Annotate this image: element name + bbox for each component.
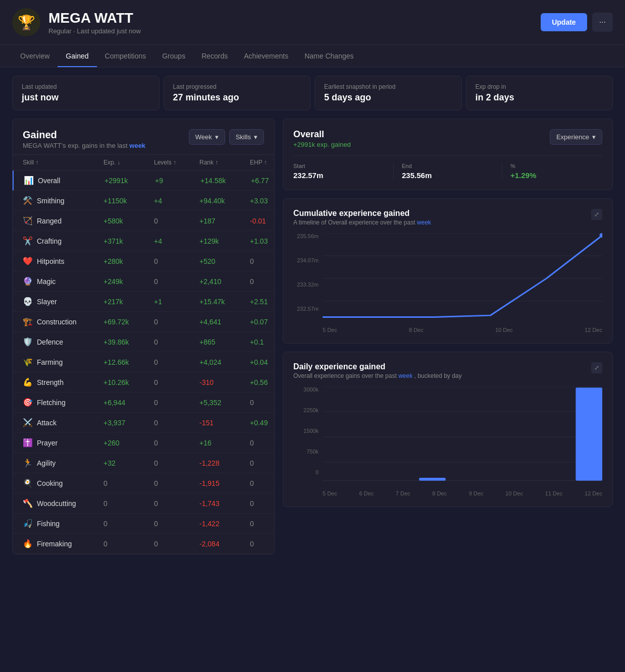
daily-chart-card: Daily experience gained Overall experien… bbox=[283, 352, 613, 507]
table-row[interactable]: 🎣 Fishing 0 0 -1,422 0 bbox=[13, 514, 274, 534]
col-levels[interactable]: Levels ↑ bbox=[154, 159, 199, 166]
skill-levels: 0 bbox=[154, 439, 199, 447]
skill-icon: 📊 bbox=[24, 176, 34, 185]
x-label-0: 5 Dec bbox=[323, 327, 337, 333]
cumulative-chart-title: Cumulative experience gained bbox=[293, 209, 602, 218]
skill-name: Farming bbox=[37, 358, 63, 366]
table-row[interactable]: 🪓 Woodcutting 0 0 -1,743 0 bbox=[13, 493, 274, 514]
table-row[interactable]: 💀 Slayer +217k +1 +15.47k +2.51 bbox=[13, 292, 274, 312]
bar-x-label-1: 6 Dec bbox=[359, 490, 374, 496]
skill-exp: 0 bbox=[103, 479, 154, 487]
col-rank[interactable]: Rank ↑ bbox=[199, 159, 250, 166]
table-row[interactable]: ✂️ Crafting +371k +4 +129k +1.03 bbox=[13, 231, 274, 251]
table-row[interactable]: 🌾 Farming +12.66k 0 +4,024 +0.04 bbox=[13, 352, 274, 372]
stat-last-updated: Last updated just now bbox=[12, 76, 160, 110]
cumulative-chart-card: Cumulative experience gained A timeline … bbox=[283, 198, 613, 344]
bar-y-label-0: 3000k bbox=[303, 386, 319, 393]
daily-expand-button[interactable]: ⤢ bbox=[591, 362, 602, 373]
table-row[interactable]: ❤️ Hitpoints +280k 0 +520 0 bbox=[13, 251, 274, 271]
skill-name: Strength bbox=[37, 378, 64, 386]
stats-bar: Last updated just now Last progressed 27… bbox=[0, 68, 625, 119]
skill-name: Defence bbox=[37, 338, 63, 346]
table-body: 📊 Overall +2991k +9 +14.58k +6.77 ⚒️ Smi… bbox=[13, 171, 274, 554]
table-row[interactable]: 💪 Strength +10.26k 0 -310 +0.56 bbox=[13, 372, 274, 393]
skill-levels: +9 bbox=[155, 177, 200, 185]
table-row[interactable]: 🔥 Firemaking 0 0 -2,084 0 bbox=[13, 534, 274, 554]
nav-item-gained[interactable]: Gained bbox=[58, 45, 96, 67]
stat-exp-drop-label: Exp drop in bbox=[476, 83, 604, 90]
skill-rank: -310 bbox=[199, 378, 250, 386]
metric-dropdown-label: Skills bbox=[236, 133, 251, 141]
cumulative-subtitle-prefix: A timeline of Overall experience over th… bbox=[293, 219, 415, 226]
table-row[interactable]: 🛡️ Defence +39.86k 0 +865 +0.1 bbox=[13, 332, 274, 352]
cumulative-expand-button[interactable]: ⤢ bbox=[591, 209, 602, 220]
stat-last-updated-value: just now bbox=[22, 92, 150, 103]
right-panel: Overall +2991k exp. gained Experience ▾ … bbox=[275, 119, 613, 554]
y-label-0: 235.56m bbox=[297, 233, 319, 239]
gained-header: Gained MEGA WATT's exp. gains in the las… bbox=[13, 119, 274, 154]
nav-item-groups[interactable]: Groups bbox=[154, 45, 193, 67]
col-skill[interactable]: Skill ↑ bbox=[23, 159, 103, 166]
stat-start-label: Start bbox=[293, 163, 385, 169]
cumulative-chart-subtitle: A timeline of Overall experience over th… bbox=[293, 219, 602, 226]
stat-exp-drop-value: in 2 days bbox=[476, 92, 604, 103]
skill-ehp: 0 bbox=[250, 479, 274, 487]
experience-dropdown[interactable]: Experience ▾ bbox=[550, 129, 602, 145]
stat-last-progressed: Last progressed 27 minutes ago bbox=[164, 76, 311, 110]
nav-item-achievements[interactable]: Achievements bbox=[236, 45, 296, 67]
stat-start-value: 232.57m bbox=[293, 171, 385, 180]
skill-levels: 0 bbox=[154, 217, 199, 225]
nav-item-overview[interactable]: Overview bbox=[12, 45, 58, 67]
bar-y-label-1: 2250k bbox=[303, 407, 319, 413]
table-row[interactable]: 🏗️ Construction +69.72k 0 +4,641 +0.07 bbox=[13, 312, 274, 332]
skill-levels: 0 bbox=[154, 540, 199, 548]
stat-exp-drop: Exp drop in in 2 days bbox=[466, 76, 613, 110]
cumulative-subtitle-highlight: week bbox=[417, 219, 431, 226]
cumulative-y-labels: 235.56m 234.07m 233.32m 232.57m bbox=[293, 233, 323, 312]
skill-exp: +69.72k bbox=[103, 318, 154, 326]
table-row[interactable]: 🏹 Ranged +580k 0 +187 -0.01 bbox=[13, 211, 274, 231]
col-ehp[interactable]: EHP ↑ bbox=[250, 159, 274, 166]
skill-exp: +12.66k bbox=[103, 358, 154, 366]
col-exp[interactable]: Exp. ↓ bbox=[103, 159, 154, 166]
cumulative-x-labels: 5 Dec 8 Dec 10 Dec 12 Dec bbox=[323, 324, 602, 333]
table-row[interactable]: 📊 Overall +2991k +9 +14.58k +6.77 bbox=[13, 171, 274, 191]
table-row[interactable]: 🏃 Agility +32 0 -1,228 0 bbox=[13, 453, 274, 473]
skill-name: Attack bbox=[37, 419, 57, 427]
header-title: MEGA WATT Regular · Last updated just no… bbox=[48, 10, 141, 35]
update-button[interactable]: Update bbox=[541, 13, 587, 31]
bar-x-label-3: 8 Dec bbox=[432, 490, 447, 496]
table-row[interactable]: ⚒️ Smithing +1150k +4 +94.40k +3.03 bbox=[13, 191, 274, 211]
skill-icon: 🎯 bbox=[23, 398, 33, 407]
skill-icon: 🏗️ bbox=[23, 317, 33, 326]
skill-ehp: +0.07 bbox=[250, 318, 274, 326]
nav-item-name-changes[interactable]: Name Changes bbox=[296, 45, 361, 67]
bar-x-label-2: 7 Dec bbox=[396, 490, 410, 496]
table-row[interactable]: ✝️ Prayer +260 0 +16 0 bbox=[13, 433, 274, 453]
gained-panel: Gained MEGA WATT's exp. gains in the las… bbox=[12, 119, 275, 554]
skill-icon: 🔮 bbox=[23, 276, 33, 286]
player-name: MEGA WATT bbox=[48, 10, 141, 26]
table-row[interactable]: ⚔️ Attack +3,937 0 -151 +0.49 bbox=[13, 413, 274, 433]
skill-cell: 🏗️ Construction bbox=[23, 317, 103, 326]
nav-item-records[interactable]: Records bbox=[193, 45, 236, 67]
line-chart-svg bbox=[323, 233, 602, 324]
skill-rank: -2,084 bbox=[199, 540, 250, 548]
daily-subtitle-prefix: Overall experience gains over the past bbox=[293, 372, 397, 379]
nav-item-competitions[interactable]: Competitions bbox=[97, 45, 154, 67]
skill-rank: +94.40k bbox=[199, 197, 250, 205]
stat-pct-value: +1.29% bbox=[510, 171, 602, 180]
period-dropdown[interactable]: Week ▾ bbox=[189, 129, 225, 145]
skill-name: Hitpoints bbox=[37, 257, 64, 265]
y-label-3: 232.57m bbox=[297, 306, 319, 312]
stat-end-label: End bbox=[402, 163, 494, 169]
skill-ehp: 0 bbox=[250, 540, 274, 548]
skill-name: Slayer bbox=[37, 298, 57, 306]
skill-levels: 0 bbox=[154, 257, 199, 265]
metric-dropdown[interactable]: Skills ▾ bbox=[229, 129, 264, 145]
table-row[interactable]: 🎯 Fletching +6,944 0 +5,352 0 bbox=[13, 393, 274, 413]
bar-x-label-7: 12 Dec bbox=[585, 490, 602, 496]
table-row[interactable]: 🔮 Magic +249k 0 +2,410 0 bbox=[13, 271, 274, 292]
more-button[interactable]: ··· bbox=[592, 13, 613, 32]
table-row[interactable]: 🍳 Cooking 0 0 -1,915 0 bbox=[13, 473, 274, 493]
